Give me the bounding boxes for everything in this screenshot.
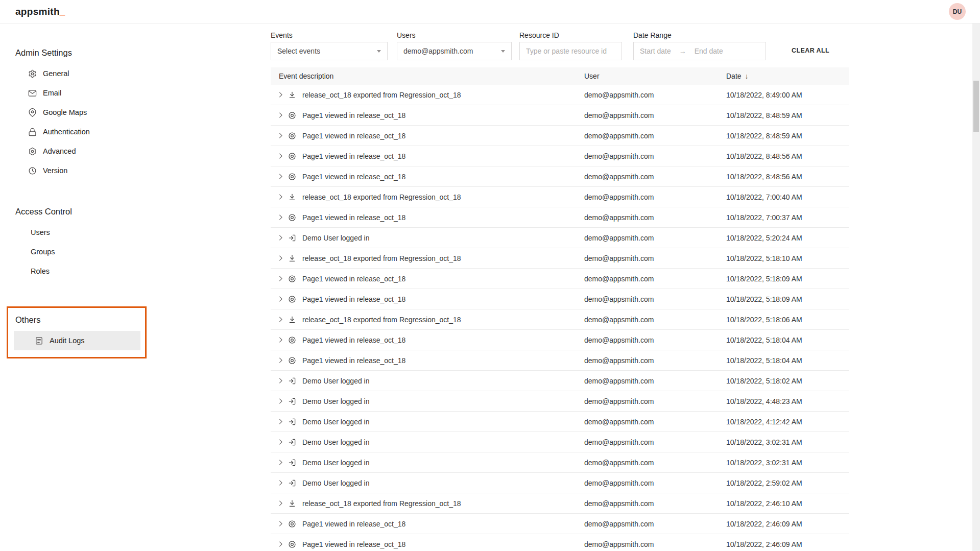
audit-logs-page: appsmith_ DU Admin Settings General Emai… (0, 0, 980, 551)
scrollbar-thumb[interactable] (973, 81, 979, 132)
table-row[interactable]: Page1 viewed in release_oct_18 demo@apps… (271, 207, 849, 228)
chevron-right-icon[interactable] (277, 418, 288, 425)
chevron-right-icon[interactable] (277, 173, 288, 180)
event-type-icon (288, 418, 302, 426)
event-type-icon (288, 316, 302, 324)
sidebar-item-google-maps[interactable]: Google Maps (0, 103, 153, 122)
sidebar-item-roles[interactable]: Roles (0, 261, 153, 281)
sidebar-item-audit-logs[interactable]: Audit Logs (14, 331, 140, 350)
column-header-user: User (584, 72, 726, 80)
event-description: Demo User logged in (302, 438, 584, 446)
event-date: 10/18/2022, 2:59:02 AM (726, 479, 849, 487)
user-avatar[interactable]: DU (949, 3, 966, 20)
chevron-right-icon[interactable] (277, 111, 288, 119)
sidebar-item-general[interactable]: General (0, 64, 153, 83)
event-description: Page1 viewed in release_oct_18 (302, 295, 584, 303)
table-row[interactable]: Page1 viewed in release_oct_18 demo@apps… (271, 330, 849, 350)
events-select-value: Select events (277, 47, 320, 55)
section-title: Others (15, 314, 145, 325)
chevron-right-icon[interactable] (277, 295, 288, 303)
chevron-right-icon[interactable] (277, 275, 288, 282)
table-row[interactable]: Demo User logged in demo@appsmith.com 10… (271, 228, 849, 248)
table-row[interactable]: Page1 viewed in release_oct_18 demo@apps… (271, 146, 849, 166)
table-row[interactable]: Page1 viewed in release_oct_18 demo@apps… (271, 166, 849, 187)
section-access-control: Access Control Users Groups Roles (0, 206, 153, 281)
start-date-input[interactable]: Start date (640, 47, 671, 55)
chevron-down-icon (501, 50, 505, 53)
chevron-right-icon[interactable] (277, 356, 288, 364)
sidebar-item-authentication[interactable]: Authentication (0, 122, 153, 141)
table-row[interactable]: Page1 viewed in release_oct_18 demo@apps… (271, 534, 849, 551)
chevron-right-icon[interactable] (277, 540, 288, 548)
chevron-right-icon[interactable] (277, 520, 288, 528)
appsmith-logo[interactable]: appsmith_ (15, 6, 65, 17)
table-row[interactable]: Demo User logged in demo@appsmith.com 10… (271, 473, 849, 493)
event-date: 10/18/2022, 3:02:31 AM (726, 438, 849, 446)
chevron-right-icon[interactable] (277, 193, 288, 201)
sidebar-item-advanced[interactable]: Advanced (0, 141, 153, 161)
sidebar-item-label: Google Maps (43, 108, 87, 116)
chevron-right-icon[interactable] (277, 234, 288, 242)
chevron-right-icon[interactable] (277, 479, 288, 487)
table-row[interactable]: Page1 viewed in release_oct_18 demo@apps… (271, 105, 849, 126)
date-range-picker[interactable]: Start date → End date (633, 42, 766, 60)
chevron-right-icon[interactable] (277, 438, 288, 446)
clear-all-button[interactable]: CLEAR ALL (792, 47, 829, 54)
event-description: Page1 viewed in release_oct_18 (302, 275, 584, 283)
event-date: 10/18/2022, 4:12:42 AM (726, 418, 849, 426)
chevron-right-icon[interactable] (277, 499, 288, 507)
table-row[interactable]: Demo User logged in demo@appsmith.com 10… (271, 432, 849, 452)
table-row[interactable]: Page1 viewed in release_oct_18 demo@apps… (271, 289, 849, 309)
end-date-input[interactable]: End date (695, 47, 723, 55)
event-description: Demo User logged in (302, 377, 584, 385)
sidebar-item-version[interactable]: Version (0, 161, 153, 180)
events-select[interactable]: Select events (271, 42, 388, 60)
date-column-label: Date (726, 72, 742, 80)
map-pin-icon (28, 108, 37, 117)
table-row[interactable]: Page1 viewed in release_oct_18 demo@apps… (271, 350, 849, 371)
table-row[interactable]: release_oct_18 exported from Regression_… (271, 493, 849, 514)
users-select[interactable]: demo@appsmith.com (397, 42, 512, 60)
event-user: demo@appsmith.com (584, 540, 726, 548)
table-row[interactable]: release_oct_18 exported from Regression_… (271, 248, 849, 269)
table-row[interactable]: release_oct_18 exported from Regression_… (271, 309, 849, 330)
event-date: 10/18/2022, 8:48:56 AM (726, 152, 849, 160)
table-row[interactable]: release_oct_18 exported from Regression_… (271, 187, 849, 207)
sidebar-item-users[interactable]: Users (0, 223, 153, 242)
chevron-right-icon[interactable] (277, 132, 288, 139)
table-row[interactable]: Page1 viewed in release_oct_18 demo@apps… (271, 126, 849, 146)
chevron-down-icon (377, 50, 381, 53)
sort-desc-icon: ↓ (745, 72, 749, 80)
chevron-right-icon[interactable] (277, 459, 288, 466)
event-user: demo@appsmith.com (584, 479, 726, 487)
event-user: demo@appsmith.com (584, 397, 726, 405)
table-row[interactable]: release_oct_18 exported from Regression_… (271, 85, 849, 105)
chevron-right-icon[interactable] (277, 377, 288, 385)
chevron-right-icon[interactable] (277, 397, 288, 405)
date-range-arrow-icon: → (679, 47, 686, 55)
vertical-scrollbar[interactable] (972, 23, 980, 551)
sidebar-item-groups[interactable]: Groups (0, 242, 153, 261)
resource-id-input[interactable] (526, 42, 615, 60)
event-user: demo@appsmith.com (584, 336, 726, 344)
table-row[interactable]: Page1 viewed in release_oct_18 demo@apps… (271, 514, 849, 534)
table-row[interactable]: Demo User logged in demo@appsmith.com 10… (271, 371, 849, 391)
table-row[interactable]: Demo User logged in demo@appsmith.com 10… (271, 412, 849, 432)
sidebar-item-email[interactable]: Email (0, 83, 153, 103)
table-row[interactable]: Page1 viewed in release_oct_18 demo@apps… (271, 269, 849, 289)
event-description: release_oct_18 exported from Regression_… (302, 254, 584, 262)
event-date: 10/18/2022, 2:46:09 AM (726, 540, 849, 548)
table-row[interactable]: Demo User logged in demo@appsmith.com 10… (271, 452, 849, 473)
event-user: demo@appsmith.com (584, 356, 726, 365)
chevron-right-icon[interactable] (277, 213, 288, 221)
logo-cursor: _ (60, 6, 65, 17)
event-user: demo@appsmith.com (584, 213, 726, 222)
chevron-right-icon[interactable] (277, 91, 288, 99)
table-row[interactable]: Demo User logged in demo@appsmith.com 10… (271, 391, 849, 412)
column-header-date[interactable]: Date ↓ (726, 72, 849, 80)
chevron-right-icon[interactable] (277, 336, 288, 344)
chevron-right-icon[interactable] (277, 316, 288, 323)
event-type-icon (288, 540, 302, 548)
chevron-right-icon[interactable] (277, 152, 288, 160)
chevron-right-icon[interactable] (277, 254, 288, 262)
